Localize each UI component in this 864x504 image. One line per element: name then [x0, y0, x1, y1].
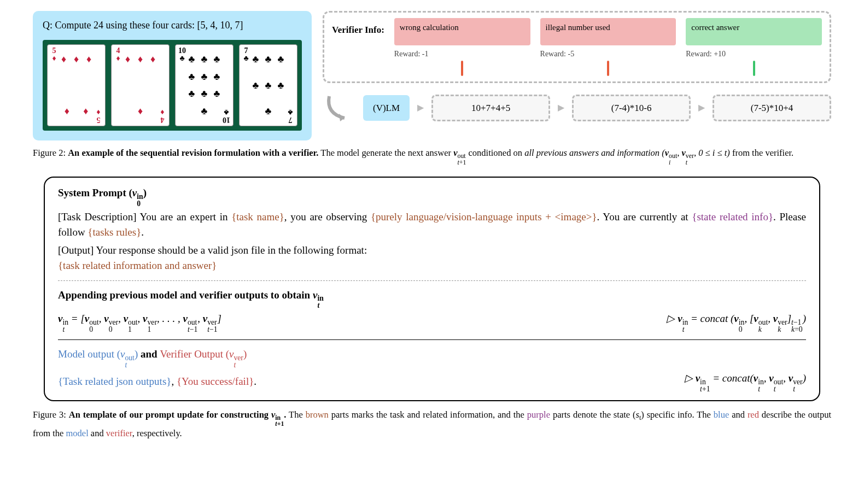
verifier-status-box: correct answer — [686, 18, 822, 45]
verifier-output-label: Verifier Output ( — [160, 348, 229, 360]
concat-equation-2: {Task related json outputs}, {You succes… — [58, 371, 806, 392]
caption-text: from the verifier. — [730, 148, 793, 158]
verifier-item: wrong calculation Reward: -1 — [394, 18, 530, 76]
caption-bold: An example of the sequential revision fo… — [68, 148, 318, 158]
triangle-icon: ▶ — [698, 102, 705, 114]
cap3-model: model — [66, 428, 88, 438]
eq-right: ▷ vint = concat (vin0, [voutk, vverk]t−1… — [667, 311, 806, 333]
output-label: [Output] Your response should be a valid… — [58, 244, 367, 256]
cap3-r8: , respectively. — [132, 428, 182, 438]
caption-text: The model generate the next answer — [318, 148, 453, 158]
model-verifier-output-title: Model output (voutt) and Verifier Output… — [58, 347, 806, 368]
cards-row: 5♦ ♦♦♦♦♦ 5♦ 4♦ ♦♦♦♦ 4♦ 10♣ ♣♣♣♣♣♣♣♣♣♣ 10… — [43, 40, 302, 131]
figure-2-caption: Figure 2: An example of the sequential r… — [33, 147, 831, 166]
verifier-panel: Verifier Info: wrong calculation Reward:… — [323, 11, 831, 140]
verifier-label: Verifier Info: — [332, 18, 384, 37]
connector-line — [607, 61, 609, 76]
verifier-status-box: wrong calculation — [394, 18, 530, 45]
cap3-r7: and — [89, 428, 106, 438]
cap3-lead: Figure 3: — [33, 409, 69, 420]
period2: . — [254, 376, 256, 387]
playing-card: 10♣ ♣♣♣♣♣♣♣♣♣♣ 10♣ — [175, 44, 233, 126]
reward-text: Reward: -1 — [394, 49, 530, 60]
cards-panel: Q: Compute 24 using these four cards: [5… — [33, 11, 312, 140]
cap3-verifier: verifier — [106, 428, 132, 438]
math-v-in-0: vin0 — [132, 187, 143, 198]
triangle-icon: ▶ — [558, 102, 564, 114]
verifier-status-box: illegal number used — [540, 18, 676, 45]
sp-title-text: System Prompt ( — [58, 187, 132, 198]
math-tuple: (vouti, vvert, 0 ≤ i ≤ t) — [659, 148, 730, 158]
comma: , — [171, 376, 177, 387]
append-title-text: Appending previous model and verifier ou… — [58, 289, 313, 301]
and-text: and — [138, 348, 160, 360]
figure-3-caption: Figure 3: An template of our prompt upda… — [33, 409, 831, 439]
model-output-label: Model output ( — [58, 348, 120, 360]
task-desc-prefix: [Task Description] You are an expert in — [58, 211, 231, 222]
success-fail-slot: {You success/fail} — [177, 376, 254, 387]
cap3-r5: and — [729, 409, 748, 420]
cap3-blue: blue — [714, 409, 729, 420]
prompt-template-box: System Prompt (vin0) [Task Description] … — [44, 177, 820, 401]
expression-box: (7-5)*10+4 — [713, 95, 831, 122]
vlm-box: (V)LM — [363, 95, 410, 121]
dashed-divider — [58, 280, 806, 281]
figure-2: Q: Compute 24 using these four cards: [5… — [33, 11, 831, 140]
obs-text: , you are observing — [284, 211, 371, 222]
appending-title: Appending previous model and verifier ou… — [58, 288, 806, 309]
cap3-bold: An template of our prompt update for con… — [69, 409, 271, 420]
eq-left: vint = [vout0, vver0, vout1, vver1, . . … — [58, 311, 221, 333]
verifier-item: correct answer Reward: +10 — [686, 18, 822, 76]
close2: ) — [243, 348, 247, 360]
cap3-r2: parts marks the task and related informa… — [329, 409, 527, 420]
outputs-line: {Task related json outputs}, {You succes… — [58, 374, 256, 390]
cap3-purple: purple — [527, 409, 550, 420]
verifier-item: illegal number used Reward: -5 — [540, 18, 676, 76]
connector-line — [461, 61, 463, 76]
task-info-slot: {task related information and answer} — [58, 260, 217, 271]
math-v-out-t: voutt — [120, 348, 135, 360]
curr-text: . You are currently at — [597, 211, 692, 222]
output-description: [Output] Your response should be a valid… — [58, 243, 806, 274]
period: . — [141, 226, 144, 238]
cap3-r4: ) specific info. The — [641, 409, 714, 420]
expression-box: (7-4)*10-6 — [572, 95, 691, 122]
state-slot: {state related info} — [692, 211, 773, 222]
reward-text: Reward: -5 — [540, 49, 676, 60]
triangle-icon: ▶ — [417, 102, 424, 114]
math-v-in-t: vint — [313, 289, 324, 301]
reward-text: Reward: +10 — [686, 49, 822, 60]
caption-text: conditioned on — [466, 148, 524, 158]
cap3-r3: parts denote the state ( — [550, 409, 636, 420]
math-v-ver-t: vvert — [229, 348, 243, 360]
task-name-slot: {task name} — [231, 211, 284, 222]
math-vin-tp1: vint+1 — [271, 409, 284, 420]
arrow-icon — [323, 92, 355, 125]
output-row: (V)LM ▶10+7+4+5▶(7-4)*10-6▶(7-5)*10+4 — [323, 92, 831, 125]
task-json-slot: {Task related json outputs} — [58, 376, 171, 387]
math-st: st — [636, 409, 641, 420]
eq-right-2: ▷ vint+1 = concat(vint, voutt, vvert) — [685, 371, 806, 392]
question-text: Q: Compute 24 using these four cards: [5… — [43, 19, 302, 32]
concat-equation-1: vint = [vout0, vver0, vout1, vver1, . . … — [58, 311, 806, 333]
solid-divider — [58, 339, 806, 340]
connector-line — [753, 61, 755, 76]
playing-card: 5♦ ♦♦♦♦♦ 5♦ — [47, 44, 106, 126]
inputs-slot: {purely language/vision-language inputs … — [371, 211, 597, 222]
cap3-r1: The — [286, 409, 305, 420]
caption-lead: Figure 2: — [33, 148, 68, 158]
system-prompt-title: System Prompt (vin0) — [58, 185, 806, 207]
cap3-brown: brown — [306, 409, 329, 420]
math-v-out: voutt+1 — [453, 148, 466, 158]
caption-italic: all previous answers and information — [524, 148, 659, 158]
playing-card: 7♣ ♣♣♣♣♣♣♣ 7♣ — [239, 44, 297, 126]
task-description: [Task Description] You are an expert in … — [58, 209, 806, 241]
cap3-red: red — [748, 409, 759, 420]
expression-box: 10+7+4+5 — [431, 95, 550, 122]
verifier-info-row: Verifier Info: wrong calculation Reward:… — [323, 11, 831, 83]
playing-card: 4♦ ♦♦♦♦ 4♦ — [111, 44, 170, 126]
rules-slot: {tasks rules} — [87, 226, 141, 238]
svg-marker-0 — [339, 114, 345, 121]
